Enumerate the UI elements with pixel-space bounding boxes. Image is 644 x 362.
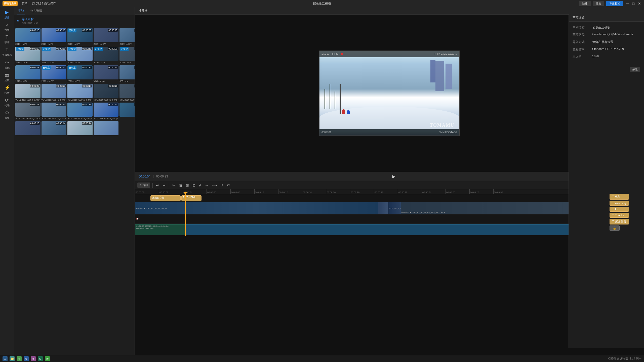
ruler-mark-15: 00:00:30 [493, 189, 503, 194]
prop-label-ratio: 主比例 [573, 55, 590, 59]
clip-label-2: watching [615, 202, 626, 205]
media-thumb-3[interactable]: 00:00:15 [94, 28, 119, 42]
media-thumb-0[interactable]: 00:00:10 [15, 28, 41, 42]
taskbar-icon-chrome[interactable]: ○ [17, 356, 22, 361]
export-template-button[interactable]: 导出模板 [606, 1, 623, 6]
float-clip-thanks[interactable]: T Thanks [610, 213, 629, 218]
tool3-button[interactable]: ↔ [204, 183, 209, 188]
media-name-9: 2019--.MP4 [119, 61, 135, 64]
media-thumb-12[interactable]: 00:00:16已锁定 [67, 65, 93, 79]
tool2-button[interactable]: A [198, 183, 202, 188]
right-properties-panel: 草稿设置 草稿名称 记录生活模板 草稿路径 /home/lenovo/文档/MY… [569, 14, 644, 348]
float-clip-dianyng[interactable]: T 电影 [610, 194, 629, 200]
taskbar-icon-wechat[interactable]: ✉ [45, 356, 50, 361]
media-thumb-18[interactable]: 00:00:15 [94, 84, 119, 98]
media-thumb-7[interactable]: 00:00:13已锁定 [67, 47, 93, 61]
media-thumb-25[interactable]: 00:00:19 [15, 121, 41, 135]
media-badge-6: 已锁定 [42, 47, 51, 51]
media-thumb-6[interactable]: 00:00:13已锁定 [42, 47, 67, 61]
play-button[interactable]: ▶ [391, 173, 397, 179]
select-button[interactable]: ↖ 选择 [137, 183, 150, 188]
media-thumb-8[interactable]: 00:00:03已锁定 [94, 47, 119, 61]
float-clip-ganxie[interactable]: T 感谢观看 [610, 219, 629, 224]
media-duration-3: 00:00:15 [108, 29, 118, 32]
modify-button[interactable]: 修改 [630, 67, 640, 72]
media-thumb-11[interactable]: 00:00:16已锁定 [42, 65, 67, 79]
media-thumb-22[interactable]: 00:00:13 [67, 103, 93, 117]
split-button[interactable]: ⊟ [185, 183, 190, 188]
prop-row-color: 色彩空间 Standard SDR-Rec.709 [573, 47, 640, 52]
sidebar-item-subtitle[interactable]: T 字幕 [1, 33, 13, 46]
float-clip-watching[interactable]: T watching [610, 201, 629, 206]
media-thumb-1[interactable]: 00:00:10 [42, 28, 67, 42]
tab-public[interactable]: 公共资源 [29, 7, 44, 15]
media-thumb-26[interactable]: 00:00:14 [42, 121, 67, 135]
import-section[interactable]: ⊕ 导入素材 视频 图片 音频 [14, 15, 135, 27]
title-clip-tomamu[interactable]: T TOMAMU [181, 195, 202, 201]
taskbar-icon-app2[interactable]: ⊙ [38, 356, 43, 361]
sidebar-item-adjust[interactable]: ⚙ 调整 [1, 109, 13, 121]
audio-clip-1[interactable]: 00:00:23 99982518-2ffc-4e4e-8edb-cc60e2a… [135, 224, 185, 235]
menu-item[interactable]: 菜单 [22, 2, 28, 6]
float-clip-for[interactable]: T for [610, 207, 629, 212]
media-thumb-17[interactable]: 00:00:14 [67, 84, 93, 98]
ruler-mark-10: 00:00:20 [374, 189, 383, 194]
sidebar-label-subtitle-template: 字幕模板 [2, 53, 12, 57]
media-thumb-20[interactable]: 00:00:16 [15, 103, 41, 117]
media-thumb-5[interactable]: 00:00:12已锁定 [15, 47, 41, 61]
tool1-button[interactable]: ⊠ [191, 183, 196, 188]
maximize-button[interactable]: □ [631, 2, 635, 6]
ruler-mark-7: 00:00:14 [302, 189, 312, 194]
sidebar-item-filter[interactable]: ▦ 滤镜 [1, 71, 13, 83]
quick-build-button[interactable]: 快建 [579, 1, 591, 6]
media-thumb-16[interactable]: 00:00:16 [42, 84, 67, 98]
sidebar-item-media[interactable]: ▶ 媒体 [1, 8, 13, 20]
media-thumb-2[interactable]: 00:00:09已锁定 [67, 28, 93, 42]
taskbar-icon-browser[interactable]: e [24, 356, 29, 361]
tool6-button[interactable]: ↺ [226, 183, 231, 188]
media-thumb-23[interactable]: 00:00:20 [94, 103, 119, 117]
delete-button[interactable]: 🗑 [178, 183, 183, 188]
toolbar-separator-2 [169, 183, 169, 188]
taskbar-icon-home[interactable]: ⊞ [3, 356, 8, 361]
sidebar-item-transition[interactable]: ⟳ 转场 [1, 96, 13, 108]
export-button[interactable]: 导出 [593, 1, 604, 6]
sidebar-item-effects[interactable]: ⚡ 特效 [1, 84, 13, 96]
minimize-button[interactable]: ─ [625, 2, 629, 6]
media-thumb-13[interactable]: 00:00:16 [94, 65, 119, 79]
playhead[interactable] [185, 194, 186, 236]
sidebar-item-subtitle-template[interactable]: T 字幕模板 [1, 46, 13, 58]
import-icon: ⊕ [17, 19, 20, 23]
float-clip-lock[interactable]: 🔒 [610, 225, 620, 231]
media-thumb-27[interactable]: 00:00:14 [67, 121, 93, 135]
media-thumb-9[interactable]: 00:00:45已锁定 [119, 47, 135, 61]
audio-icon: ♪ [6, 22, 8, 27]
media-thumb-24[interactable]: 00:00:16 [119, 103, 135, 117]
redo-button[interactable]: ↪ [162, 183, 167, 188]
tab-local[interactable]: 本地 [17, 7, 25, 15]
cut-button[interactable]: ✂ [171, 183, 176, 188]
sidebar-item-sticker[interactable]: ✏ 贴纸 [1, 59, 13, 71]
title-clip-hokkaido[interactable]: 北海道之旅 [150, 195, 181, 201]
sidebar-item-audio[interactable]: ♪ 音频 [1, 21, 13, 33]
media-thumb-4[interactable]: 00:00:15 [119, 28, 135, 42]
media-thumb-14[interactable]: 00:00:11 [119, 65, 135, 79]
tool5-button[interactable]: ⇄ [219, 183, 224, 188]
undo-button[interactable]: ↩ [155, 183, 160, 188]
clip-t-icon-4: T [612, 214, 614, 217]
media-thumb-15[interactable]: 00:00:20 [15, 84, 41, 98]
sidebar-label-effects: 特效 [5, 91, 10, 95]
media-duration-4: 00:00:15 [134, 29, 135, 32]
media-thumb-19[interactable]: 00:00:18 [119, 84, 135, 98]
taskbar-icon-finder[interactable]: 📁 [10, 356, 15, 361]
preview-area: ◀ ◀ ▶ FILM PLAY ▶ ▶▶ ▶▶▶ ▲ [135, 15, 644, 172]
prop-value-location: /home/lenovo/文档/MYVideoProjects [592, 33, 640, 36]
media-badge-2: 已锁定 [68, 29, 76, 32]
media-badge-9: 已锁定 [120, 47, 129, 51]
taskbar-icon-app1[interactable]: ◈ [31, 356, 36, 361]
media-thumb-21[interactable]: 00:00:29 [42, 103, 67, 117]
tool4-button[interactable]: ⟺ [211, 183, 218, 188]
close-button[interactable]: ✕ [637, 2, 641, 6]
media-thumb-10[interactable]: 00:01:29 [15, 65, 41, 79]
media-thumb-28[interactable] [94, 121, 119, 135]
